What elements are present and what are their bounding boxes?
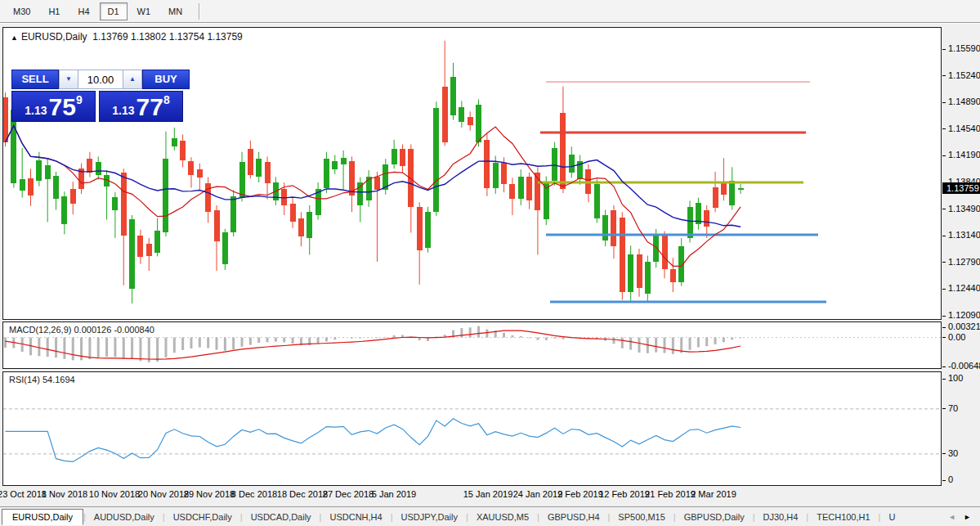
date-axis-label: 18 Dec 2018 (277, 489, 328, 499)
timeframe-tab-d1[interactable]: D1 (100, 2, 128, 20)
sell-price-prefix: 1.13 (25, 102, 47, 119)
symbol-tab-tech100-h1[interactable]: TECH100,H1 (808, 510, 878, 524)
tab-scroll-controls: ◄► (944, 511, 980, 523)
current-price-badge: 1.13759 (942, 182, 980, 194)
macd-axis-label: 0.00 (942, 332, 965, 342)
rsi-label: RSI(14) 54.1694 (9, 375, 75, 384)
timeframe-tab-h4[interactable]: H4 (69, 2, 97, 20)
rsi-chart-canvas (3, 372, 941, 485)
date-axis-label: 21 Feb 2019 (645, 489, 696, 499)
sell-price-display[interactable]: 1.13 75 9 (11, 91, 96, 122)
price-axis-label: 1.14540 (942, 124, 980, 133)
symbol-tab-u[interactable]: U (880, 510, 903, 524)
rsi-axis-label: 70 (942, 403, 958, 413)
symbol-tab-bar: EURUSD,Daily|AUDUSD,Daily|USDCHF,Daily|U… (0, 506, 980, 526)
collapse-panel-icon[interactable]: ▲ (11, 34, 18, 42)
macd-indicator-panel: MACD(12,26,9) 0.000126 -0.000840 (2, 321, 942, 369)
date-axis-label: 29 Nov 2018 (184, 489, 235, 499)
price-axis-label: 1.14190 (942, 150, 980, 160)
sell-price-sup: 9 (76, 93, 83, 106)
symbol-tab-audusd-daily[interactable]: AUDUSD,Daily (86, 510, 163, 524)
symbol-tab-gbpusd-daily[interactable]: GBPUSD,Daily (676, 510, 753, 524)
symbol-tab-xauusd-m5[interactable]: XAUUSD,M5 (468, 510, 537, 524)
timeframe-tab-w1[interactable]: W1 (129, 2, 159, 20)
macd-label: MACD(12,26,9) 0.000126 -0.000840 (9, 325, 154, 335)
symbol-tab-usdjpy-daily[interactable]: USDJPY,Daily (393, 510, 467, 524)
macd-axis-label: 0.003216 (942, 321, 980, 331)
timeframe-tab-h1[interactable]: H1 (40, 2, 68, 20)
buy-price-prefix: 1.13 (112, 102, 134, 119)
symbol-tab-eurusd-daily[interactable]: EURUSD,Daily (2, 509, 83, 525)
chart-symbol-label: EURUSD,Daily (21, 31, 87, 43)
price-axis-label: 1.12090 (942, 310, 980, 320)
rsi-indicator-panel: RSI(14) 54.1694 (2, 371, 942, 486)
chart-title: ▲EURUSD,Daily 1.13769 1.13802 1.13754 1.… (11, 31, 243, 43)
timeframe-tab-mn[interactable]: MN (160, 2, 190, 20)
price-axis-label: 1.12790 (942, 257, 980, 267)
symbol-tab-usdcad-daily[interactable]: USDCAD,Daily (243, 510, 320, 524)
date-axis-label: 20 Nov 2018 (138, 489, 189, 499)
symbol-tab-sp500-m15[interactable]: SP500,M15 (610, 510, 673, 524)
date-axis-label: 15 Jan 2019 (463, 489, 513, 499)
date-axis-label: 2 Feb 2019 (557, 489, 603, 499)
buy-price-big: 77 (136, 96, 163, 119)
date-axis-label: 5 Jan 2019 (372, 489, 416, 499)
symbol-tab-usdchf-daily[interactable]: USDCHF,Daily (165, 510, 240, 524)
rsi-axis-label: 30 (942, 448, 958, 458)
volume-input[interactable] (78, 70, 123, 89)
date-axis-label: 8 Dec 2018 (231, 489, 277, 499)
rsi-axis-label: 0 (942, 474, 953, 484)
price-axis-label: 1.12440 (942, 283, 980, 293)
tabs-scroll-left-icon[interactable]: ◄ (944, 511, 960, 523)
toolbar-separator (199, 3, 199, 20)
timeframe-toolbar: M30H1H4D1W1MN (0, 0, 980, 23)
volume-decrease-button[interactable]: ▼ (59, 70, 78, 89)
sell-button[interactable]: SELL (11, 70, 59, 89)
date-axis-label: 10 Nov 2018 (89, 489, 140, 499)
date-axis-label: 1 Nov 2018 (42, 489, 87, 499)
date-axis-label: 12 Feb 2019 (599, 489, 650, 499)
volume-increase-button[interactable]: ▲ (123, 70, 142, 89)
price-axis-label: 1.13140 (942, 230, 980, 240)
price-chart-panel: ▲EURUSD,Daily 1.13769 1.13802 1.13754 1.… (2, 27, 942, 320)
timeframe-tab-m30[interactable]: M30 (5, 2, 38, 20)
symbol-tab-usdcnh-h4[interactable]: USDCNH,H4 (321, 510, 390, 524)
tabs-scroll-right-icon[interactable]: ► (960, 511, 975, 523)
date-axis-label: 27 Dec 2018 (323, 489, 374, 499)
date-axis: 23 Oct 20181 Nov 201810 Nov 201820 Nov 2… (2, 489, 942, 504)
chart-ohlc-values: 1.13769 1.13802 1.13754 1.13759 (92, 31, 243, 43)
date-axis-label: 24 Jan 2019 (513, 489, 563, 499)
rsi-axis-label: 100 (942, 373, 963, 383)
sell-price-big: 75 (49, 96, 76, 119)
price-axis-label: 1.13490 (942, 204, 980, 214)
price-axis-label: 1.15590 (942, 43, 980, 53)
price-axis-label: 1.14890 (942, 97, 980, 106)
buy-button[interactable]: BUY (142, 70, 190, 89)
symbol-tab-gbpusd-h4[interactable]: GBPUSD,H4 (539, 510, 608, 524)
price-axis-label: 1.15240 (942, 70, 980, 80)
one-click-trading-panel: SELL ▼ ▲ BUY 1.13 75 9 1.13 77 8 (11, 70, 190, 122)
date-axis-label: 2 Mar 2019 (691, 489, 736, 499)
buy-price-display[interactable]: 1.13 77 8 (99, 91, 183, 122)
symbol-tab-dj30-h4[interactable]: DJ30,H4 (755, 510, 807, 524)
buy-price-sup: 8 (163, 93, 170, 106)
price-axis: 1.155901.152401.148901.145401.141901.138… (942, 27, 980, 506)
date-axis-label: 23 Oct 2018 (0, 489, 47, 499)
macd-axis-label: -0.006485 (942, 361, 980, 371)
